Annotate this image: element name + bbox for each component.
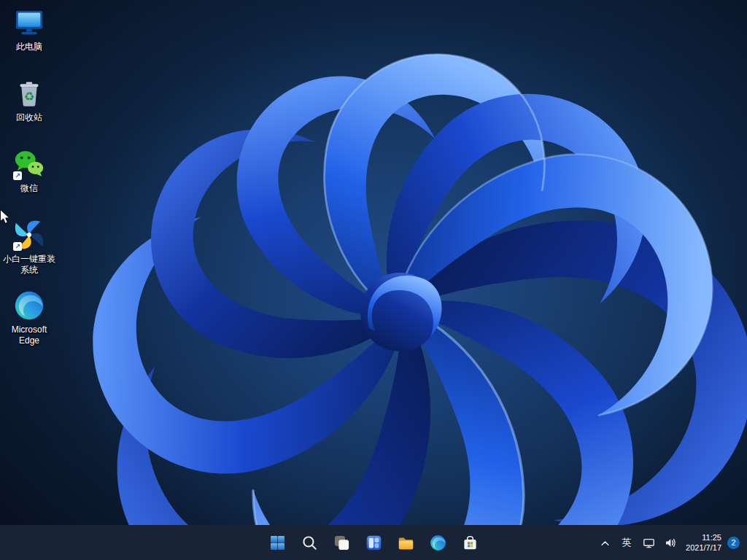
file-explorer-button[interactable] <box>391 528 420 557</box>
desktop-icon-microsoft-edge[interactable]: Microsoft Edge <box>1 287 57 358</box>
task-view-button[interactable] <box>327 528 356 557</box>
tray-time: 11:25 <box>686 532 721 542</box>
taskbar-center <box>263 528 484 557</box>
desktop-icon-label: 微信 <box>20 183 38 194</box>
edge-swirl-icon <box>12 289 46 322</box>
mouse-cursor <box>0 209 14 228</box>
recycle-bin-icon: ♻ <box>12 77 46 110</box>
overlapping-squares-icon <box>333 534 351 552</box>
notification-badge[interactable]: 2 <box>727 537 740 549</box>
widgets-button[interactable] <box>359 528 388 557</box>
folder-icon <box>397 534 415 552</box>
desktop-icon-label: 此电脑 <box>16 42 42 52</box>
wechat-bubbles-icon: ↗ <box>12 147 46 181</box>
desktop-icon-label: 回收站 <box>16 112 42 123</box>
taskbar-clock[interactable]: 11:25 2021/7/17 <box>681 532 726 553</box>
store-button[interactable] <box>455 528 484 557</box>
network-button[interactable] <box>638 529 659 556</box>
network-display-icon <box>642 536 656 550</box>
wallpaper-bloom <box>0 0 747 560</box>
ime-indicator[interactable]: 英 <box>616 529 638 556</box>
tray-overflow-button[interactable] <box>594 529 616 556</box>
speaker-icon <box>664 536 678 550</box>
taskbar: 英 11:25 2021/7/17 2 <box>0 525 747 560</box>
tray-date: 2021/7/17 <box>686 542 721 553</box>
desktop-icon-label: Microsoft Edge <box>2 324 56 346</box>
desktop-icon-label: 小白一键重装系统 <box>2 254 56 276</box>
desktop-icon-column: 此电脑 ♻ 回收站 <box>1 4 57 358</box>
search-button[interactable] <box>295 528 324 557</box>
desktop-icon-wechat[interactable]: ↗ 微信 <box>1 146 57 217</box>
edge-button[interactable] <box>423 528 452 557</box>
recycle-symbol: ♻ <box>24 90 35 103</box>
edge-swirl-icon <box>429 534 447 552</box>
desktop: 此电脑 ♻ 回收站 <box>0 0 747 560</box>
chevron-up-icon <box>598 536 612 550</box>
desktop-icon-this-pc[interactable]: 此电脑 <box>1 4 57 75</box>
magnifier-icon <box>301 534 319 552</box>
windows-logo-icon <box>268 534 287 552</box>
widgets-board-icon <box>365 534 383 552</box>
shopping-bag-icon <box>461 534 479 552</box>
pinwheel-icon: ↗ <box>12 218 46 252</box>
computer-monitor-icon <box>12 6 46 39</box>
shortcut-arrow-icon: ↗ <box>13 171 22 180</box>
start-button[interactable] <box>263 528 292 557</box>
system-tray: 英 11:25 2021/7/17 2 <box>594 525 746 560</box>
shortcut-arrow-icon: ↗ <box>13 242 22 251</box>
desktop-icon-recycle-bin[interactable]: ♻ 回收站 <box>1 75 57 146</box>
volume-button[interactable] <box>659 529 681 556</box>
